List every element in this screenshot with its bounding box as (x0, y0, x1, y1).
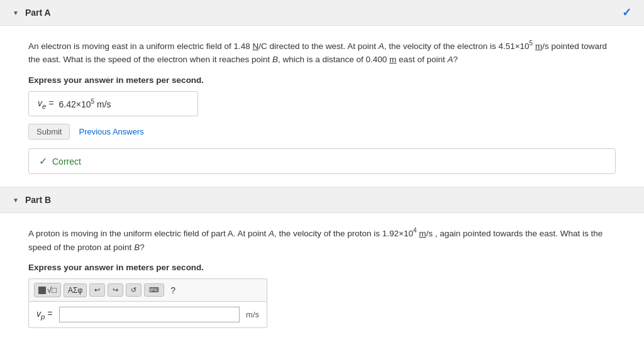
collapse-icon-b: ▼ (13, 197, 19, 204)
template-icon-btn[interactable]: √□ (34, 283, 61, 297)
part-a-section: ▼ Part A ✓ An electron is moving east in… (0, 0, 644, 187)
part-a-title: Part A (25, 8, 51, 18)
input-row: vp = m/s (28, 301, 267, 328)
part-b-var-label: vp = (36, 309, 53, 321)
part-b-header[interactable]: ▼ Part B (0, 187, 644, 213)
part-a-answer-value: 6.42×105 m/s (59, 98, 111, 109)
part-a-answer-box: ve = 6.42×105 m/s (28, 91, 198, 117)
part-a-problem-text: An electron is moving east in a uniform … (28, 38, 616, 67)
part-b-title: Part B (25, 195, 51, 205)
collapse-icon-a: ▼ (13, 9, 19, 16)
math-toolbar: √□ ΑΣφ ↩ ↪ ↺ ⌨ ? (28, 278, 267, 301)
help-button[interactable]: ? (167, 284, 179, 297)
part-b-unit-label: m/s (246, 310, 259, 319)
undo-button[interactable]: ↩ (89, 283, 105, 297)
submit-row: Submit Previous Answers (28, 124, 616, 140)
part-a-var-name: ve = (38, 98, 54, 110)
redo-button[interactable]: ↪ (108, 283, 123, 297)
part-a-content: An electron is moving east in a uniform … (0, 26, 644, 187)
part-a-header[interactable]: ▼ Part A ✓ (0, 0, 644, 26)
reset-button[interactable]: ↺ (126, 283, 142, 297)
previous-answers-link[interactable]: Previous Answers (79, 127, 143, 136)
submit-button[interactable]: Submit (28, 124, 70, 140)
math-input-container: √□ ΑΣφ ↩ ↪ ↺ ⌨ ? vp = m/s (28, 278, 267, 328)
small-square-icon (38, 287, 46, 294)
correct-checkmark-icon: ✓ (39, 155, 47, 167)
part-b-problem-text: A proton is moving in the uniform electr… (28, 226, 616, 254)
sqrt-icon: √□ (47, 285, 57, 295)
part-b-instructions: Express your answer in meters per second… (28, 263, 616, 272)
sigma-button[interactable]: ΑΣφ (64, 283, 87, 297)
part-a-instructions: Express your answer in meters per second… (28, 75, 616, 85)
correct-badge: ✓ Correct (28, 148, 616, 174)
part-b-content: A proton is moving in the uniform electr… (0, 213, 644, 340)
part-b-section: ▼ Part B A proton is moving in the unifo… (0, 187, 644, 340)
page-wrapper: ▼ Part A ✓ An electron is moving east in… (0, 0, 644, 340)
part-a-checkmark: ✓ (622, 6, 631, 19)
keyboard-button[interactable]: ⌨ (144, 283, 164, 297)
correct-label: Correct (52, 156, 81, 167)
part-b-answer-input[interactable] (59, 307, 240, 322)
